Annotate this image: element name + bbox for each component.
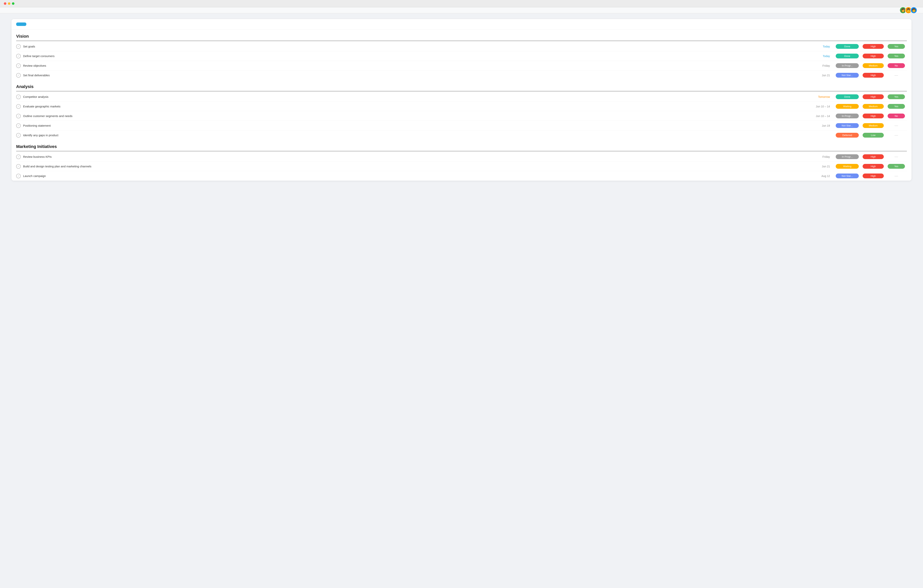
task-progress-badge[interactable]: Done [836, 44, 859, 49]
task-approved-badge[interactable]: Yes [888, 94, 905, 99]
task-progress-badge[interactable]: Done [836, 94, 859, 99]
task-name: Outline customer segments and needs [23, 114, 809, 118]
task-progress-badge[interactable]: Not Star... [836, 73, 859, 78]
add-task-caret [23, 23, 26, 26]
task-progress-badge[interactable]: In Progr... [836, 113, 859, 118]
task-priority-badge[interactable]: High [862, 113, 884, 118]
task-priority-badge[interactable]: High [862, 154, 884, 159]
task-checkbox[interactable]: ✓ [16, 123, 21, 128]
section-title-analysis: Analysis [16, 80, 907, 91]
task-priority-badge[interactable]: High [862, 73, 884, 78]
task-approved-badge[interactable]: Yes [888, 164, 905, 169]
task-name: Set final deliverables [23, 74, 809, 77]
task-date: Jun 10 – 14 [809, 115, 830, 118]
task-checkbox[interactable]: ✓ [16, 174, 21, 179]
task-row[interactable]: ✓Define target consumersTodayDoneHighYes [16, 51, 907, 61]
task-date: Friday [809, 155, 830, 158]
task-approved-dash: — [888, 73, 905, 77]
main-card: Vision✓Set goalsTodayDoneHighYes✓Define … [11, 19, 912, 181]
section-vision: Vision✓Set goalsTodayDoneHighYes✓Define … [11, 29, 912, 80]
avatar-3[interactable]: 🧑 [910, 7, 917, 14]
task-name: Set goals [23, 45, 809, 48]
section-title-vision: Vision [16, 29, 907, 41]
task-checkbox[interactable]: ✓ [16, 133, 21, 138]
task-checkbox[interactable]: ✓ [16, 73, 21, 78]
traffic-light-yellow[interactable] [8, 2, 10, 5]
task-priority-badge[interactable]: High [862, 54, 884, 58]
task-progress-badge[interactable]: Not Star... [836, 174, 859, 179]
task-progress-badge[interactable]: Not Star... [836, 123, 859, 128]
task-checkbox[interactable]: ✓ [16, 114, 21, 118]
add-task-button[interactable] [16, 23, 26, 26]
task-checkbox[interactable]: ✓ [16, 64, 21, 68]
task-priority-badge[interactable]: Medium [862, 123, 884, 128]
task-name: Review business KPIs [23, 155, 809, 158]
task-approved-dash: — [888, 133, 905, 137]
section-title-marketing-initiatives: Marketing Initiatives [16, 140, 907, 151]
section-divider-vision [16, 41, 907, 41]
toolbar [11, 19, 912, 29]
title-bar [0, 0, 923, 7]
task-progress-badge[interactable]: Waiting [836, 104, 859, 109]
task-checkbox[interactable]: ✓ [16, 154, 21, 159]
task-approved-badge[interactable]: Yes [888, 104, 905, 109]
section-marketing-initiatives: Marketing Initiatives✓Review business KP… [11, 140, 912, 181]
task-name: Positioning statement [23, 124, 809, 127]
task-date: Jun 10 – 14 [809, 105, 830, 108]
task-date: Today [809, 45, 830, 48]
task-priority-badge[interactable]: Medium [862, 63, 884, 68]
sections-container: Vision✓Set goalsTodayDoneHighYes✓Define … [11, 29, 912, 181]
task-row[interactable]: ✓Review business KPIsFridayIn Progr...Hi… [16, 152, 907, 162]
task-checkbox[interactable]: ✓ [16, 44, 21, 49]
task-row[interactable]: ✓Competitor analysisTomorrowDoneHighYes [16, 92, 907, 102]
traffic-light-green[interactable] [12, 2, 15, 5]
task-priority-badge[interactable]: High [862, 94, 884, 99]
task-approved-badge[interactable]: Yes [888, 44, 905, 49]
traffic-light-red[interactable] [4, 2, 7, 5]
task-row[interactable]: ✓Review objectivesFridayIn Progr...Mediu… [16, 61, 907, 70]
task-name: Build and design testing plan and market… [23, 165, 809, 168]
task-date: Jun 19 [809, 124, 830, 127]
task-name: Launch campaign [23, 174, 809, 178]
task-priority-badge[interactable]: Medium [862, 104, 884, 109]
task-row[interactable]: ✓Set final deliverablesJun 21Not Star...… [16, 70, 907, 80]
task-priority-badge[interactable]: High [862, 44, 884, 49]
task-approved-badge[interactable]: No [888, 63, 905, 68]
task-priority-badge[interactable]: High [862, 164, 884, 169]
task-progress-badge[interactable]: In Progr... [836, 63, 859, 68]
task-progress-badge[interactable]: Waiting [836, 164, 859, 169]
main-content: Vision✓Set goalsTodayDoneHighYes✓Define … [0, 13, 923, 588]
task-name: Identify any gaps in product [23, 134, 809, 137]
task-row[interactable]: ✓Launch campaignAug 12Not Star...High— [16, 171, 907, 181]
task-date: Aug 12 [809, 174, 830, 178]
task-approved-badge[interactable]: Yes [888, 54, 905, 58]
task-row[interactable]: ✓Build and design testing plan and marke… [16, 162, 907, 171]
task-priority-badge[interactable]: High [862, 174, 884, 179]
task-date: Today [809, 54, 830, 57]
task-checkbox[interactable]: ✓ [16, 164, 21, 169]
task-approved-dash: — [888, 155, 905, 159]
task-row[interactable]: ✓Outline customer segments and needsJun … [16, 111, 907, 121]
task-row[interactable]: ✓Set goalsTodayDoneHighYes [16, 42, 907, 51]
task-date: Friday [809, 64, 830, 67]
task-checkbox[interactable]: ✓ [16, 95, 21, 99]
task-approved-dash: — [888, 174, 905, 178]
task-checkbox[interactable]: ✓ [16, 104, 21, 109]
task-progress-badge[interactable]: Done [836, 54, 859, 58]
task-priority-badge[interactable]: Low [862, 133, 884, 138]
task-progress-badge[interactable]: In Progr... [836, 154, 859, 159]
task-approved-badge[interactable]: No [888, 113, 905, 118]
app-window: 👩 👨 🧑 Vision✓Set goalsToday [0, 7, 923, 588]
task-name: Evaluate geographic markets [23, 105, 809, 108]
task-name: Competitor analysis [23, 95, 809, 98]
task-progress-badge[interactable]: Deferred [836, 133, 859, 138]
task-date: Jun 21 [809, 74, 830, 77]
task-checkbox[interactable]: ✓ [16, 54, 21, 58]
task-row[interactable]: ✓Identify any gaps in productDeferredLow… [16, 131, 907, 140]
task-date: Tomorrow [809, 95, 830, 98]
task-row[interactable]: ✓Positioning statementJun 19Not Star...M… [16, 121, 907, 131]
task-approved-dash: — [888, 124, 905, 128]
avatars-group: 👩 👨 🧑 [900, 7, 917, 14]
task-row[interactable]: ✓Evaluate geographic marketsJun 10 – 14W… [16, 102, 907, 111]
header: 👩 👨 🧑 [0, 7, 923, 13]
